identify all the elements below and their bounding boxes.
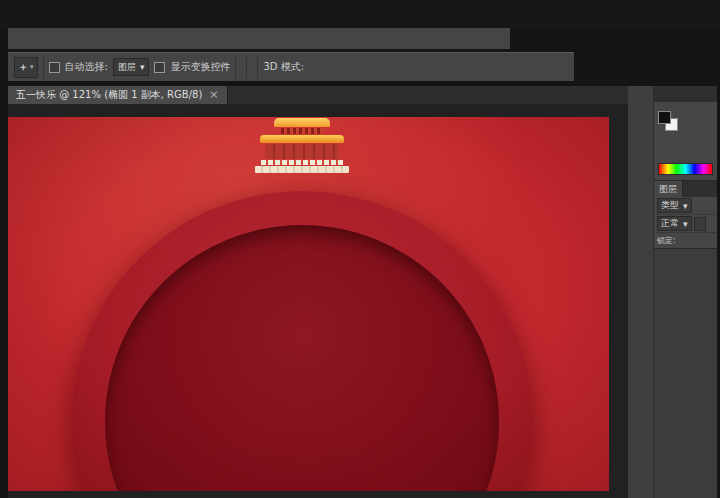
menu-bar: [8, 28, 510, 49]
tab-close-icon[interactable]: ×: [209, 90, 218, 100]
blend-mode-value: 正常: [661, 217, 679, 230]
blend-mode-dropdown[interactable]: 正常 ▾: [657, 216, 692, 231]
blend-mode-row: 正常 ▾: [654, 215, 717, 233]
auto-select-checkbox[interactable]: [49, 62, 60, 73]
color-panel: [654, 102, 717, 181]
move-tool-icon: ＋: [18, 60, 28, 74]
auto-select-label: 自动选择:: [65, 60, 108, 74]
window-titlebar: [0, 0, 720, 28]
right-dock: 图层 类型 ▾ 正常 ▾ 锁定:: [628, 86, 717, 498]
lock-row: 锁定:: [654, 233, 717, 249]
document-tab[interactable]: 五一快乐 @ 121% (椭圆 1 副本, RGB/8) ×: [8, 86, 228, 104]
color-panel-tabs: [654, 86, 717, 102]
photoshop-window: ＋ ▾ 自动选择: 图层 ▾ 显示变换控件 3D 模式: 五一快乐 @ 121%…: [0, 0, 720, 498]
separator: [257, 57, 258, 78]
layers-list: [654, 249, 717, 498]
canvas-pasteboard: [8, 104, 628, 498]
opacity-field[interactable]: [694, 217, 706, 231]
layers-panel-tab-row: 图层: [654, 181, 717, 197]
separator: [246, 57, 247, 78]
tool-preset-button[interactable]: ＋ ▾: [14, 57, 38, 78]
gate-base-platform: [255, 166, 349, 173]
foreground-color-swatch[interactable]: [658, 111, 671, 124]
panel-stack: 图层 类型 ▾ 正常 ▾ 锁定:: [654, 86, 717, 498]
show-transform-checkbox[interactable]: [154, 62, 165, 73]
document-tab-title: 五一快乐 @ 121% (椭圆 1 副本, RGB/8): [16, 88, 202, 102]
gate-wall: [265, 144, 339, 159]
collapsed-panels-dock: [628, 86, 654, 498]
separator: [235, 57, 236, 78]
gate-top-roof: [274, 118, 330, 127]
gate-lower-roof: [260, 135, 344, 143]
gate-upper-body: [281, 128, 323, 134]
chevron-down-icon: ▾: [683, 201, 688, 211]
document-tab-bar: 五一快乐 @ 121% (椭圆 1 副本, RGB/8) ×: [8, 86, 628, 104]
color-spectrum-ramp[interactable]: [658, 163, 713, 175]
gate-white-strip: [261, 160, 343, 165]
layers-filter-row: 类型 ▾: [654, 197, 717, 215]
color-swatches: [658, 111, 678, 131]
chevron-down-icon: ▾: [140, 62, 145, 72]
layer-filter-dropdown[interactable]: 类型 ▾: [657, 198, 692, 213]
layer-filter-value: 类型: [661, 199, 679, 212]
chevron-down-icon: ▾: [30, 63, 34, 71]
3d-mode-label: 3D 模式:: [263, 60, 304, 74]
separator: [43, 57, 44, 78]
gate-building-graphic: [252, 118, 352, 173]
auto-select-target-dropdown[interactable]: 图层 ▾: [113, 58, 150, 76]
chevron-down-icon: ▾: [683, 219, 688, 229]
lock-label: 锁定:: [657, 235, 676, 246]
auto-select-value: 图层: [118, 61, 136, 74]
options-bar: ＋ ▾ 自动选择: 图层 ▾ 显示变换控件 3D 模式:: [8, 52, 574, 81]
show-transform-label: 显示变换控件: [170, 60, 230, 74]
tab-layers[interactable]: 图层: [654, 181, 683, 197]
canvas[interactable]: [8, 117, 609, 491]
